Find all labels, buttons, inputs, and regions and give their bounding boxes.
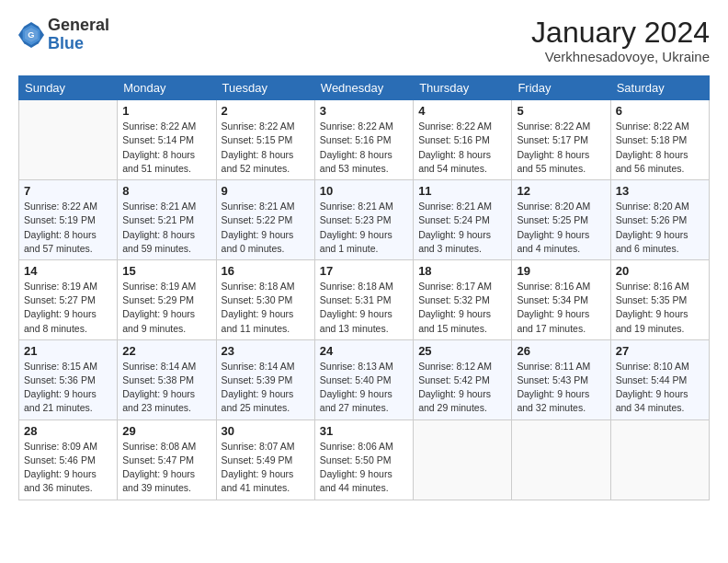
day-number: 17 — [320, 264, 408, 278]
month-title: January 2024 — [531, 17, 710, 49]
day-number: 9 — [222, 184, 310, 198]
day-cell: 3Sunrise: 8:22 AMSunset: 5:16 PMDaylight… — [314, 100, 413, 180]
day-number: 5 — [517, 104, 605, 118]
day-number: 21 — [24, 344, 112, 358]
day-cell: 30Sunrise: 8:07 AMSunset: 5:49 PMDayligh… — [216, 419, 314, 500]
day-number: 4 — [418, 104, 506, 118]
day-info: Sunrise: 8:16 AMSunset: 5:35 PMDaylight:… — [616, 280, 704, 336]
weekday-header-tuesday: Tuesday — [216, 76, 314, 100]
day-number: 12 — [517, 184, 605, 198]
weekday-header-friday: Friday — [512, 76, 610, 100]
day-number: 31 — [320, 424, 408, 438]
day-cell: 17Sunrise: 8:18 AMSunset: 5:31 PMDayligh… — [314, 259, 413, 339]
day-info: Sunrise: 8:22 AMSunset: 5:19 PMDaylight:… — [24, 200, 112, 256]
day-cell: 4Sunrise: 8:22 AMSunset: 5:16 PMDaylight… — [414, 100, 512, 180]
svg-text:G: G — [28, 30, 34, 40]
day-number: 14 — [24, 264, 112, 278]
day-info: Sunrise: 8:21 AMSunset: 5:24 PMDaylight:… — [418, 200, 506, 256]
page: G General Blue January 2024 Verkhnesadov… — [0, 0, 728, 510]
day-info: Sunrise: 8:16 AMSunset: 5:34 PMDaylight:… — [517, 280, 605, 336]
day-cell: 19Sunrise: 8:16 AMSunset: 5:34 PMDayligh… — [512, 259, 610, 339]
logo-icon: G — [18, 22, 44, 48]
day-cell: 27Sunrise: 8:10 AMSunset: 5:44 PMDayligh… — [610, 339, 709, 419]
day-cell: 24Sunrise: 8:13 AMSunset: 5:40 PMDayligh… — [314, 339, 413, 419]
day-number: 18 — [418, 264, 506, 278]
day-cell: 1Sunrise: 8:22 AMSunset: 5:14 PMDaylight… — [118, 100, 216, 180]
day-info: Sunrise: 8:19 AMSunset: 5:27 PMDaylight:… — [24, 280, 112, 336]
day-info: Sunrise: 8:18 AMSunset: 5:31 PMDaylight:… — [320, 280, 408, 336]
day-info: Sunrise: 8:21 AMSunset: 5:21 PMDaylight:… — [122, 200, 210, 256]
day-cell — [19, 100, 118, 180]
day-cell — [512, 419, 610, 500]
day-cell: 7Sunrise: 8:22 AMSunset: 5:19 PMDaylight… — [19, 180, 118, 260]
week-row-3: 14Sunrise: 8:19 AMSunset: 5:27 PMDayligh… — [19, 259, 710, 339]
day-info: Sunrise: 8:20 AMSunset: 5:26 PMDaylight:… — [616, 200, 704, 256]
logo-general: General — [48, 16, 109, 34]
weekday-header-sunday: Sunday — [19, 76, 118, 100]
day-info: Sunrise: 8:17 AMSunset: 5:32 PMDaylight:… — [418, 280, 506, 336]
day-info: Sunrise: 8:22 AMSunset: 5:18 PMDaylight:… — [616, 120, 704, 176]
logo-text: General Blue — [48, 17, 109, 53]
day-cell: 16Sunrise: 8:18 AMSunset: 5:30 PMDayligh… — [216, 259, 314, 339]
day-number: 22 — [122, 344, 210, 358]
day-cell: 21Sunrise: 8:15 AMSunset: 5:36 PMDayligh… — [19, 339, 118, 419]
day-cell — [414, 419, 512, 500]
day-number: 13 — [616, 184, 704, 198]
day-number: 19 — [517, 264, 605, 278]
day-cell: 18Sunrise: 8:17 AMSunset: 5:32 PMDayligh… — [414, 259, 512, 339]
day-info: Sunrise: 8:21 AMSunset: 5:23 PMDaylight:… — [320, 200, 408, 256]
day-info: Sunrise: 8:13 AMSunset: 5:40 PMDaylight:… — [320, 360, 408, 416]
day-cell: 10Sunrise: 8:21 AMSunset: 5:23 PMDayligh… — [314, 180, 413, 260]
day-number: 2 — [222, 104, 310, 118]
weekday-header-saturday: Saturday — [610, 76, 709, 100]
day-info: Sunrise: 8:06 AMSunset: 5:50 PMDaylight:… — [320, 440, 408, 496]
day-cell — [610, 419, 709, 500]
subtitle: Verkhnesadovoye, Ukraine — [531, 49, 710, 64]
day-number: 26 — [517, 344, 605, 358]
day-info: Sunrise: 8:15 AMSunset: 5:36 PMDaylight:… — [24, 360, 112, 416]
week-row-5: 28Sunrise: 8:09 AMSunset: 5:46 PMDayligh… — [19, 419, 710, 500]
day-info: Sunrise: 8:09 AMSunset: 5:46 PMDaylight:… — [24, 440, 112, 496]
day-cell: 8Sunrise: 8:21 AMSunset: 5:21 PMDaylight… — [118, 180, 216, 260]
day-cell: 31Sunrise: 8:06 AMSunset: 5:50 PMDayligh… — [314, 419, 413, 500]
day-number: 10 — [320, 184, 408, 198]
day-info: Sunrise: 8:19 AMSunset: 5:29 PMDaylight:… — [122, 280, 210, 336]
day-info: Sunrise: 8:14 AMSunset: 5:38 PMDaylight:… — [122, 360, 210, 416]
day-info: Sunrise: 8:08 AMSunset: 5:47 PMDaylight:… — [122, 440, 210, 496]
day-info: Sunrise: 8:22 AMSunset: 5:16 PMDaylight:… — [320, 120, 408, 176]
day-info: Sunrise: 8:21 AMSunset: 5:22 PMDaylight:… — [222, 200, 310, 256]
day-cell: 14Sunrise: 8:19 AMSunset: 5:27 PMDayligh… — [19, 259, 118, 339]
day-number: 27 — [616, 344, 704, 358]
day-number: 24 — [320, 344, 408, 358]
day-cell: 29Sunrise: 8:08 AMSunset: 5:47 PMDayligh… — [118, 419, 216, 500]
week-row-2: 7Sunrise: 8:22 AMSunset: 5:19 PMDaylight… — [19, 180, 710, 260]
day-cell: 15Sunrise: 8:19 AMSunset: 5:29 PMDayligh… — [118, 259, 216, 339]
day-cell: 20Sunrise: 8:16 AMSunset: 5:35 PMDayligh… — [610, 259, 709, 339]
day-number: 20 — [616, 264, 704, 278]
logo: G General Blue — [18, 17, 109, 53]
week-row-4: 21Sunrise: 8:15 AMSunset: 5:36 PMDayligh… — [19, 339, 710, 419]
day-number: 7 — [24, 184, 112, 198]
calendar-table: SundayMondayTuesdayWednesdayThursdayFrid… — [18, 75, 710, 500]
day-info: Sunrise: 8:10 AMSunset: 5:44 PMDaylight:… — [616, 360, 704, 416]
day-cell: 9Sunrise: 8:21 AMSunset: 5:22 PMDaylight… — [216, 180, 314, 260]
day-cell: 5Sunrise: 8:22 AMSunset: 5:17 PMDaylight… — [512, 100, 610, 180]
day-cell: 6Sunrise: 8:22 AMSunset: 5:18 PMDaylight… — [610, 100, 709, 180]
weekday-header-row: SundayMondayTuesdayWednesdayThursdayFrid… — [19, 76, 710, 100]
day-cell: 11Sunrise: 8:21 AMSunset: 5:24 PMDayligh… — [414, 180, 512, 260]
day-number: 3 — [320, 104, 408, 118]
day-cell: 12Sunrise: 8:20 AMSunset: 5:25 PMDayligh… — [512, 180, 610, 260]
day-number: 25 — [418, 344, 506, 358]
day-info: Sunrise: 8:12 AMSunset: 5:42 PMDaylight:… — [418, 360, 506, 416]
day-number: 8 — [122, 184, 210, 198]
day-info: Sunrise: 8:22 AMSunset: 5:17 PMDaylight:… — [517, 120, 605, 176]
week-row-1: 1Sunrise: 8:22 AMSunset: 5:14 PMDaylight… — [19, 100, 710, 180]
day-info: Sunrise: 8:18 AMSunset: 5:30 PMDaylight:… — [222, 280, 310, 336]
day-info: Sunrise: 8:20 AMSunset: 5:25 PMDaylight:… — [517, 200, 605, 256]
day-cell: 13Sunrise: 8:20 AMSunset: 5:26 PMDayligh… — [610, 180, 709, 260]
day-info: Sunrise: 8:11 AMSunset: 5:43 PMDaylight:… — [517, 360, 605, 416]
title-block: January 2024 Verkhnesadovoye, Ukraine — [531, 17, 710, 64]
day-info: Sunrise: 8:22 AMSunset: 5:16 PMDaylight:… — [418, 120, 506, 176]
day-info: Sunrise: 8:14 AMSunset: 5:39 PMDaylight:… — [222, 360, 310, 416]
day-cell: 2Sunrise: 8:22 AMSunset: 5:15 PMDaylight… — [216, 100, 314, 180]
